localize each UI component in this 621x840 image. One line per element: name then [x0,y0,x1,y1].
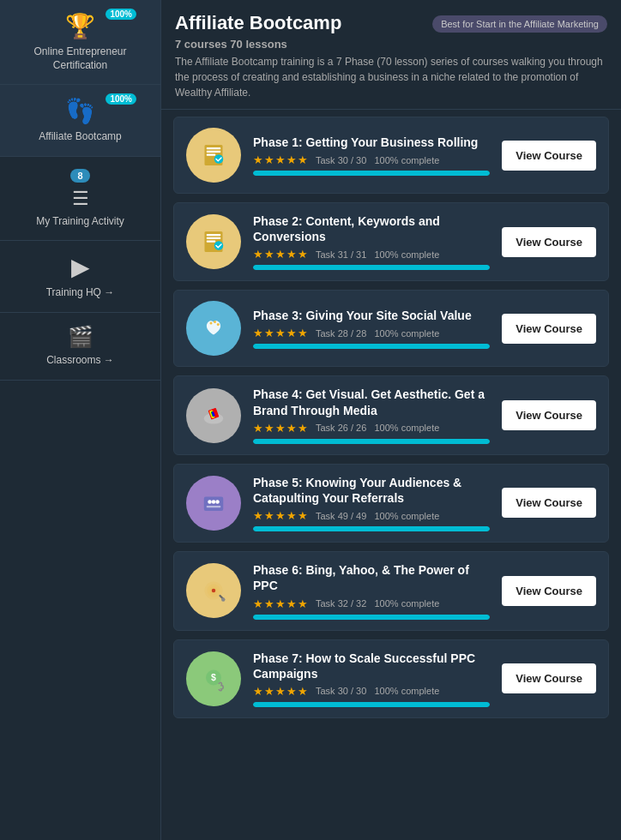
phase-progress-fill-7 [253,702,490,707]
view-course-button-5[interactable]: View Course [502,488,596,518]
svg-text:$: $ [211,672,216,682]
svg-point-29 [221,598,226,603]
svg-rect-7 [207,237,221,239]
view-course-button-2[interactable]: View Course [502,227,596,257]
phase-progress-bg-5 [253,526,490,531]
svg-rect-3 [207,154,216,156]
svg-point-11 [214,321,216,323]
phase-stars-7: ★★★★★ [253,685,309,698]
sidebar: 100% 🏆 Online Entrepreneur Certification… [0,0,161,840]
phase-title-6: Phase 6: Bing, Yahoo, & The Power of PPC [253,562,490,593]
phase-task-7: Task 30 / 30 100% complete [316,686,439,696]
sidebar-item-online-entrepreneur[interactable]: 100% 🏆 Online Entrepreneur Certification [0,0,160,85]
phase-task-1: Task 30 / 30 100% complete [316,155,439,165]
view-course-button-3[interactable]: View Course [502,314,596,344]
phase-meta-5: ★★★★★ Task 49 / 49 100% complete [253,509,490,522]
sidebar-label-classrooms: Classrooms → [46,354,114,368]
phase-info-4: Phase 4: Get Visual. Get Aesthetic. Get … [253,387,490,443]
svg-rect-6 [207,234,221,236]
sidebar-item-affiliate-bootcamp[interactable]: 100% 👣 Affiliate Bootcamp [0,85,160,157]
svg-rect-2 [207,151,221,153]
phase-progress-bg-6 [253,615,490,620]
phase-task-2: Task 31 / 31 100% complete [316,249,439,260]
sidebar-item-classrooms[interactable]: 🎬 Classrooms → [0,313,160,381]
phase-meta-1: ★★★★★ Task 30 / 30 100% complete [253,153,490,166]
phase-info-2: Phase 2: Content, Keywords and Conversio… [253,213,490,270]
view-course-button-1[interactable]: View Course [502,141,596,171]
view-course-button-6[interactable]: View Course [502,576,596,606]
phase-title-1: Phase 1: Getting Your Business Rolling [253,135,490,150]
phase-meta-6: ★★★★★ Task 32 / 32 100% complete [253,597,490,610]
phase-stars-1: ★★★★★ [253,153,309,166]
svg-point-27 [212,589,216,593]
phase-task-3: Task 28 / 28 100% complete [316,328,439,339]
phase-info-5: Phase 5: Knowing Your Audiences & Catapu… [253,475,490,531]
phase-icon-5 [186,476,241,531]
phase-card-2: Phase 2: Content, Keywords and Conversio… [173,202,609,281]
phase-card-3: Phase 3: Giving Your Site Social Value ★… [173,290,609,367]
sidebar-item-training-hq[interactable]: ▶ Training HQ → [0,241,160,313]
phase-card-1: Phase 1: Getting Your Business Rolling ★… [173,117,609,194]
phase-progress-bg-3 [253,344,490,349]
phase-icon-7: $ [186,651,241,706]
svg-point-10 [210,322,213,325]
phase-meta-3: ★★★★★ Task 28 / 28 100% complete [253,327,490,339]
phase-icon-4 [186,388,241,443]
phase-meta-2: ★★★★★ Task 31 / 31 100% complete [253,248,490,261]
phase-icon-1 [186,128,241,183]
phase-title-2: Phase 2: Content, Keywords and Conversio… [253,213,490,244]
phase-title-7: Phase 7: How to Scale Successful PPC Cam… [253,651,490,681]
phase-progress-fill-1 [253,171,490,176]
phase-title-5: Phase 5: Knowing Your Audiences & Catapu… [253,475,490,506]
view-course-button-4[interactable]: View Course [502,400,596,430]
svg-rect-8 [207,241,216,243]
phase-card-4: Phase 4: Get Visual. Get Aesthetic. Get … [173,375,609,454]
phase-list: Phase 1: Getting Your Business Rolling ★… [161,110,621,725]
phase-progress-bg-7 [253,702,490,707]
phase-title-4: Phase 4: Get Visual. Get Aesthetic. Get … [253,387,490,417]
phase-progress-fill-6 [253,615,490,620]
sidebar-badge-abc: 100% [106,93,136,105]
phase-task-5: Task 49 / 49 100% complete [316,511,439,521]
phase-meta-4: ★★★★★ Task 26 / 26 100% complete [253,422,490,435]
phase-progress-fill-5 [253,526,490,531]
phase-info-3: Phase 3: Giving Your Site Social Value ★… [253,308,490,349]
phase-icon-3 [186,301,241,356]
phase-card-7: $ Phase 7: How to Scale Successful PPC C… [173,639,609,718]
phase-title-3: Phase 3: Giving Your Site Social Value [253,308,490,323]
svg-point-22 [215,500,220,504]
phase-card-6: Phase 6: Bing, Yahoo, & The Power of PPC… [173,551,609,630]
phase-progress-bg-4 [253,439,490,444]
sidebar-icon-training: ☰ [72,188,89,210]
main-content: Affiliate Bootcamp 7 courses 70 lessons … [161,0,621,840]
view-course-button-7[interactable]: View Course [502,663,596,693]
course-tag: Best for Start in the Affiliate Marketin… [432,15,607,33]
sidebar-icon-classrooms: 🎬 [68,325,93,349]
phase-icon-6 [186,563,241,618]
sidebar-label-oec: Online Entrepreneur Certification [7,45,154,72]
sidebar-icon-abc: 👣 [65,97,95,125]
sidebar-activity-count: 8 [70,169,89,183]
svg-rect-1 [207,147,221,149]
phase-stars-6: ★★★★★ [253,597,309,610]
phase-card-5: Phase 5: Knowing Your Audiences & Catapu… [173,464,609,543]
phase-progress-fill-3 [253,344,490,349]
svg-rect-23 [207,506,221,507]
sidebar-icon-oec: 🏆 [65,12,95,40]
phase-progress-bg-1 [253,171,490,176]
phase-task-6: Task 32 / 32 100% complete [316,598,439,609]
phase-stars-5: ★★★★★ [253,509,309,522]
sidebar-label-abc: Affiliate Bootcamp [39,130,122,144]
course-subtitle: 7 courses 70 lessons [175,38,341,51]
phase-progress-bg-2 [253,265,490,270]
phase-progress-fill-4 [253,439,490,444]
svg-point-21 [212,500,216,504]
svg-point-20 [208,500,212,504]
sidebar-label-hq: Training HQ → [46,286,115,300]
sidebar-item-training-activity[interactable]: 8 ☰ My Training Activity [0,157,160,242]
phase-progress-fill-2 [253,265,490,270]
course-description: The Affiliate Bootcamp training is a 7 P… [175,54,607,100]
phase-info-6: Phase 6: Bing, Yahoo, & The Power of PPC… [253,562,490,619]
phase-meta-7: ★★★★★ Task 30 / 30 100% complete [253,685,490,698]
phase-icon-2 [186,214,241,269]
